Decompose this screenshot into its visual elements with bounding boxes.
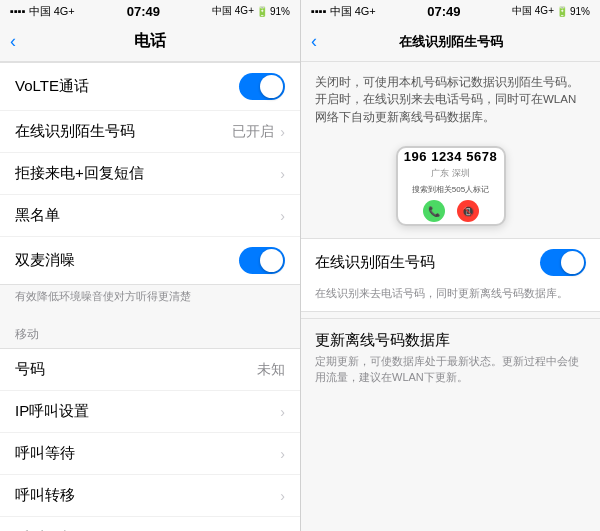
online-id-label: 在线识别陌生号码 [15, 122, 135, 141]
phone-frame: 196 1234 5678 广东 深圳 搜索到相关505人标记 📞 📵 [396, 146, 506, 226]
right-toggle-row[interactable]: 在线识别陌生号码 [301, 239, 600, 286]
mobile-group: 号码 未知 IP呼叫设置 › 呼叫等待 › 呼叫转移 [0, 348, 300, 531]
left-nav-title: 电话 [134, 31, 166, 52]
reject-call-chevron: › [280, 166, 285, 182]
phone-location: 广东 深圳 [431, 167, 470, 180]
volte-toggle-knob [260, 75, 283, 98]
wifi-icon: 🔋 [256, 6, 268, 17]
reject-call-label: 拒接来电+回复短信 [15, 164, 144, 183]
right-right-status: 中国 4G+ 🔋 91% [512, 4, 590, 18]
phone-illustration: 196 1234 5678 广东 深圳 搜索到相关505人标记 📞 📵 [301, 136, 600, 238]
battery-label: 91% [270, 6, 290, 17]
right-back-button[interactable]: ‹ [311, 31, 317, 52]
right-toggle-sub: 在线识别来去电话号码，同时更新离线号码数据库。 [301, 286, 600, 311]
right-left-carrier: ▪▪▪▪ 中国 4G+ [311, 4, 376, 19]
blacklist-label: 黑名单 [15, 206, 60, 225]
call-forward-chevron: › [280, 488, 285, 504]
call-forward-label: 呼叫转移 [15, 486, 75, 505]
left-nav-bar: ‹ 电话 [0, 22, 300, 62]
left-panel: ▪▪▪▪ 中国 4G+ 07:49 中国 4G+ 🔋 91% ‹ 电话 VoLT… [0, 0, 300, 531]
right-description: 关闭时，可使用本机号码标记数据识别陌生号码。开启时，在线识别来去电话号码，同时可… [301, 62, 600, 136]
decline-call-button[interactable]: 📵 [457, 200, 479, 222]
ip-call-chevron: › [280, 404, 285, 420]
call-waiting-row[interactable]: 呼叫等待 › [0, 433, 300, 475]
phone-number-detail: 未知 [257, 361, 285, 379]
right-nav-title: 在线识别陌生号码 [399, 33, 503, 51]
ip-call-row[interactable]: IP呼叫设置 › [0, 391, 300, 433]
right-online-toggle-knob [561, 251, 584, 274]
phone-number-row[interactable]: 号码 未知 [0, 349, 300, 391]
right-battery-label: 91% [570, 6, 590, 17]
right-toggle-group: 在线识别陌生号码 在线识别来去电话号码，同时更新离线号码数据库。 [301, 238, 600, 312]
right-scroll-area: 关闭时，可使用本机号码标记数据识别陌生号码。开启时，在线识别来去电话号码，同时可… [301, 62, 600, 531]
dual-mic-knob [260, 249, 283, 272]
left-back-button[interactable]: ‹ [10, 31, 16, 52]
dual-mic-toggle[interactable] [239, 247, 285, 274]
right-status-bar: ▪▪▪▪ 中国 4G+ 07:49 中国 4G+ 🔋 91% [301, 0, 600, 22]
call-waiting-label: 呼叫等待 [15, 444, 75, 463]
call-restrict-row[interactable]: 呼叫限制 › [0, 517, 300, 531]
call-forward-row[interactable]: 呼叫转移 › [0, 475, 300, 517]
right-right-carrier: 中国 4G+ [512, 4, 554, 18]
right-time: 07:49 [427, 4, 460, 19]
phone-number-display: 196 1234 5678 [404, 149, 497, 164]
update-sub: 定期更新，可使数据库处于最新状态。更新过程中会使用流量，建议在WLAN下更新。 [301, 354, 600, 395]
right-online-toggle[interactable] [540, 249, 586, 276]
mobile-header: 移动 [0, 314, 300, 348]
phone-number-right: 未知 [257, 361, 285, 379]
left-main-group: VoLTE通话 在线识别陌生号码 已开启 › 拒接来电+回复短信 › [0, 62, 300, 285]
right-panel: ▪▪▪▪ 中国 4G+ 07:49 中国 4G+ 🔋 91% ‹ 在线识别陌生号… [300, 0, 600, 531]
volte-label: VoLTE通话 [15, 77, 89, 96]
right-nav-bar: ‹ 在线识别陌生号码 [301, 22, 600, 62]
volte-row[interactable]: VoLTE通话 [0, 63, 300, 111]
carrier-label: 中国 4G+ [29, 4, 75, 19]
blacklist-row[interactable]: 黑名单 › [0, 195, 300, 237]
online-id-chevron: › [280, 124, 285, 140]
volte-toggle[interactable] [239, 73, 285, 100]
online-id-right: 已开启 › [232, 123, 285, 141]
right-battery-icon: 🔋 [556, 6, 568, 17]
left-time: 07:49 [127, 4, 160, 19]
update-section-wrapper: 更新离线号码数据库 定期更新，可使数据库处于最新状态。更新过程中会使用流量，建议… [301, 312, 600, 395]
accept-call-button[interactable]: 📞 [423, 200, 445, 222]
right-signal-icon: ▪▪▪▪ [311, 5, 327, 17]
reject-call-row[interactable]: 拒接来电+回复短信 › [0, 153, 300, 195]
left-status-bar: ▪▪▪▪ 中国 4G+ 07:49 中国 4G+ 🔋 91% [0, 0, 300, 22]
left-main-section: VoLTE通话 在线识别陌生号码 已开启 › 拒接来电+回复短信 › [0, 62, 300, 314]
dual-mic-row[interactable]: 双麦消噪 [0, 237, 300, 284]
online-id-row[interactable]: 在线识别陌生号码 已开启 › [0, 111, 300, 153]
left-scroll-area: VoLTE通话 在线识别陌生号码 已开启 › 拒接来电+回复短信 › [0, 62, 300, 531]
call-waiting-chevron: › [280, 446, 285, 462]
signal-icon: ▪▪▪▪ [10, 5, 26, 17]
online-id-detail: 已开启 [232, 123, 274, 141]
dual-mic-description: 有效降低环境噪音使对方听得更清楚 [0, 285, 300, 314]
ip-call-label: IP呼叫设置 [15, 402, 89, 421]
phone-desc: 搜索到相关505人标记 [412, 184, 489, 195]
update-label: 更新离线号码数据库 [301, 319, 600, 354]
right-status-group: 中国 4G+ 🔋 91% [212, 4, 290, 18]
phone-number-label: 号码 [15, 360, 45, 379]
right-carrier-label: 中国 4G+ [212, 4, 254, 18]
blacklist-chevron: › [280, 208, 285, 224]
right-carrier-label: 中国 4G+ [330, 4, 376, 19]
dual-mic-label: 双麦消噪 [15, 251, 75, 270]
right-toggle-label: 在线识别陌生号码 [315, 253, 435, 272]
mobile-section: 移动 号码 未知 IP呼叫设置 › 呼叫等待 › [0, 314, 300, 531]
call-buttons: 📞 📵 [423, 200, 479, 222]
left-carrier: ▪▪▪▪ 中国 4G+ [10, 4, 75, 19]
